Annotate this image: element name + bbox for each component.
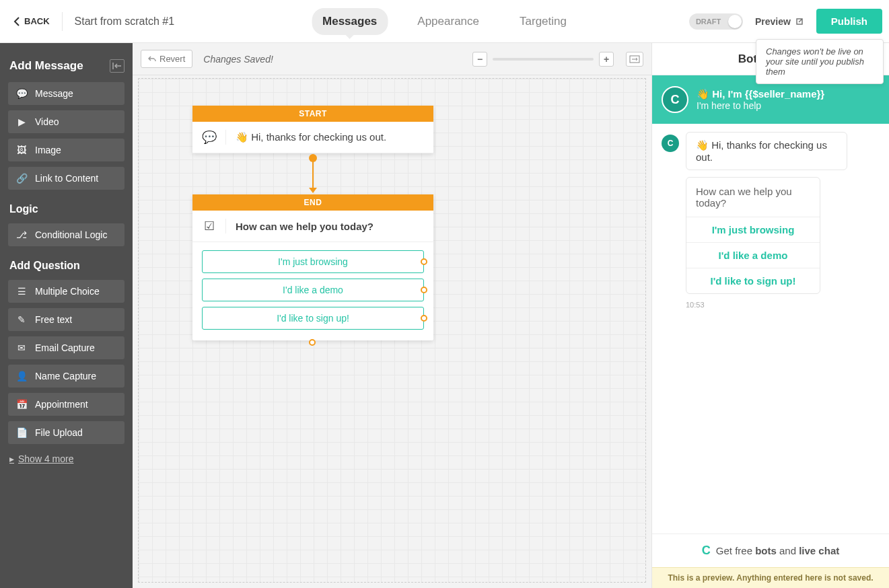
sidebar-item-file-upload[interactable]: 📄File Upload	[8, 421, 125, 444]
sidebar-item-free-text[interactable]: ✎Free text	[8, 308, 125, 331]
sidebar-item-label: Message	[35, 88, 73, 99]
revert-button[interactable]: Revert	[141, 50, 192, 68]
preview-label: Preview	[755, 16, 791, 27]
sidebar-item-label: Name Capture	[35, 371, 96, 381]
draft-toggle[interactable]: DRAFT	[689, 13, 743, 30]
sidebar-item-multiple-choice[interactable]: ☰Multiple Choice	[8, 280, 125, 303]
option-demo[interactable]: I'd like a demo	[202, 279, 424, 301]
sidebar-item-image[interactable]: 🖼Image	[8, 139, 125, 161]
sidebar-item-link[interactable]: 🔗Link to Content	[8, 167, 125, 190]
question-card: How can we help you today? I'm just brow…	[686, 177, 820, 294]
node-end[interactable]: END ☑ How can we help you today? I'm jus…	[192, 194, 433, 340]
preview-panel: Bot preview C 👋 Hi, I'm {{$seller_name}}…	[651, 43, 889, 588]
tab-appearance[interactable]: Appearance	[406, 8, 490, 35]
promo-prefix: Get free	[716, 545, 755, 556]
greet-text: 👋 Hi, I'm {{$seller_name}} I'm here to h…	[697, 88, 824, 111]
sidebar-item-conditional[interactable]: ⎇Conditional Logic	[8, 223, 125, 246]
zoom-slider[interactable]	[493, 58, 594, 61]
node-end-body: ☑ How can we help you today?	[192, 211, 433, 242]
publish-tooltip: Changes won't be live on your site until…	[756, 39, 884, 84]
back-button[interactable]: BACK	[9, 12, 54, 30]
logo-icon: C	[702, 544, 711, 558]
promo-text: Get free bots and live chat	[716, 545, 839, 556]
toggle-knob	[728, 15, 742, 28]
heading-add-question: Add Question	[9, 260, 125, 272]
preview-option-demo[interactable]: I'd like a demo	[686, 242, 820, 268]
top-bar: BACK Messages Appearance Targeting DRAFT…	[0, 0, 889, 43]
heading-add-message: Add Message	[9, 59, 125, 73]
message-icon: 💬	[16, 88, 27, 99]
main-layout: Add Message 💬Message ▶Video 🖼Image 🔗Link…	[0, 43, 889, 588]
show-more-label: Show 4 more	[18, 453, 73, 464]
video-icon: ▶	[16, 116, 27, 127]
bot-avatar: C	[662, 86, 688, 113]
preview-option-signup[interactable]: I'd like to sign up!	[686, 268, 820, 293]
sidebar-item-label: Free text	[35, 314, 72, 325]
file-icon: 📄	[16, 427, 27, 438]
undo-icon	[148, 55, 156, 63]
node-start-header: START	[192, 106, 433, 122]
fit-icon	[629, 55, 640, 63]
promo-banner[interactable]: C Get free bots and live chat	[652, 534, 889, 567]
revert-label: Revert	[159, 54, 185, 64]
flow-canvas[interactable]: START 💬 👋 Hi, thanks for checking us out…	[138, 78, 646, 583]
connector-arrow	[309, 188, 317, 193]
flow-title-input[interactable]	[71, 13, 246, 30]
checklist-icon: ☑	[202, 219, 226, 233]
greet-line2: I'm here to help	[697, 100, 824, 111]
external-link-icon	[795, 17, 804, 26]
option-label: I'd like a demo	[283, 285, 343, 295]
collapse-sidebar-button[interactable]	[110, 59, 125, 73]
zoom-in-button[interactable]: +	[599, 52, 614, 67]
message-timestamp: 10:53	[686, 301, 880, 309]
connector-port[interactable]	[421, 287, 427, 293]
fit-screen-button[interactable]	[626, 52, 643, 67]
sidebar-item-label: Appointment	[35, 399, 88, 410]
divider	[62, 12, 63, 31]
chevron-left-icon	[13, 17, 20, 26]
heading-logic: Logic	[9, 203, 125, 215]
connector-port[interactable]	[421, 315, 427, 322]
person-icon: 👤	[16, 371, 27, 381]
node-start[interactable]: START 💬 👋 Hi, thanks for checking us out…	[192, 106, 433, 153]
top-right-actions: DRAFT Preview Publish	[689, 9, 882, 34]
connector-port[interactable]	[421, 258, 427, 265]
chat-icon: 💬	[202, 130, 226, 145]
branch-icon: ⎇	[16, 229, 27, 240]
sidebar-item-appointment[interactable]: 📅Appointment	[8, 393, 125, 416]
sidebar-item-name[interactable]: 👤Name Capture	[8, 365, 125, 388]
tab-messages[interactable]: Messages	[312, 8, 388, 35]
zoom-controls: − +	[472, 52, 643, 67]
preview-option-browsing[interactable]: I'm just browsing	[686, 217, 820, 242]
save-status: Changes Saved!	[203, 54, 273, 65]
canvas-area: Revert Changes Saved! − + START 💬 👋 Hi, …	[133, 43, 651, 588]
promo-mid: and	[777, 545, 799, 556]
zoom-out-button[interactable]: −	[472, 52, 487, 67]
promo-bots: bots	[755, 545, 777, 556]
node-start-body: 💬 👋 Hi, thanks for checking us out.	[192, 122, 433, 153]
sidebar-item-label: Image	[35, 145, 61, 155]
tab-targeting[interactable]: Targeting	[509, 8, 577, 35]
pencil-icon: ✎	[16, 314, 27, 325]
show-more-link[interactable]: ▸ Show 4 more	[9, 453, 125, 464]
option-signup[interactable]: I'd like to sign up!	[202, 307, 424, 330]
sidebar-item-label: Multiple Choice	[35, 286, 100, 297]
sidebar-item-label: File Upload	[35, 427, 83, 438]
preview-link[interactable]: Preview	[755, 16, 804, 27]
promo-chat: live chat	[799, 545, 839, 556]
sidebar-item-video[interactable]: ▶Video	[8, 110, 125, 133]
connector-line	[312, 154, 314, 192]
link-icon: 🔗	[16, 173, 27, 184]
envelope-icon: ✉	[16, 342, 27, 353]
left-sidebar: Add Message 💬Message ▶Video 🖼Image 🔗Link…	[0, 43, 133, 588]
option-browsing[interactable]: I'm just browsing	[202, 250, 424, 273]
sidebar-item-label: Email Capture	[35, 342, 95, 353]
sidebar-item-email[interactable]: ✉Email Capture	[8, 336, 125, 359]
canvas-toolbar: Revert Changes Saved! − +	[133, 43, 651, 75]
sidebar-item-message[interactable]: 💬Message	[8, 82, 125, 105]
publish-button[interactable]: Publish	[816, 9, 882, 34]
connector-port-bottom[interactable]	[309, 339, 316, 346]
sidebar-item-label: Conditional Logic	[35, 229, 107, 240]
node-end-options: I'm just browsing I'd like a demo I'd li…	[192, 242, 433, 340]
bot-avatar-small: C	[662, 135, 679, 152]
